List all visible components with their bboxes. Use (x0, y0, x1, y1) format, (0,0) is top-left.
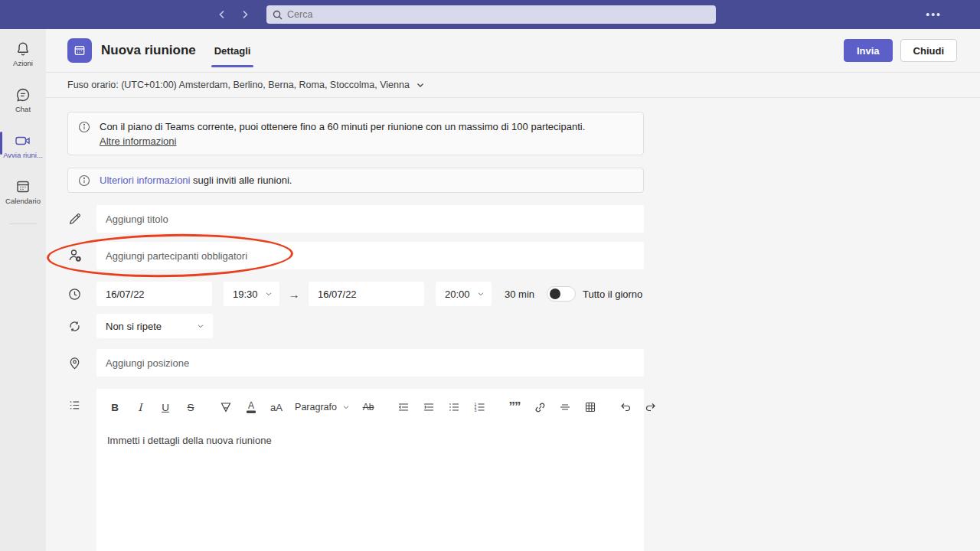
strikethrough-button[interactable]: S (183, 398, 198, 416)
chevron-down-icon (416, 80, 425, 90)
insert-link-button[interactable] (532, 398, 547, 416)
close-button[interactable]: Chiudi (900, 39, 957, 62)
end-time-value: 20:00 (445, 289, 470, 300)
bullet-list-button[interactable] (446, 398, 462, 416)
search-icon (273, 10, 283, 20)
font-size-button[interactable]: aA (269, 398, 284, 416)
title-bar: ••• (0, 0, 980, 29)
underline-button[interactable]: U (158, 398, 173, 416)
repeat-icon (67, 319, 82, 334)
page-title: Nuova riunione (101, 43, 196, 58)
meeting-header: Nuova riunione Dettagli Invia Chiudi (46, 29, 980, 73)
sidebar-item-label: Azioni (13, 59, 33, 67)
sidebar-item-calendario[interactable]: Calendario (0, 171, 46, 213)
recurrence-dropdown[interactable]: Non si ripete (96, 314, 213, 338)
recurrence-value: Non si ripete (106, 321, 162, 332)
info-icon (78, 174, 90, 187)
location-input[interactable] (96, 349, 644, 377)
invite-info-banner: Ulteriori informazioni sugli inviti alle… (67, 168, 644, 193)
info-icon (78, 121, 90, 133)
highlight-button[interactable] (218, 398, 234, 416)
title-row (67, 205, 644, 233)
toggle-knob (550, 289, 560, 299)
bell-icon (15, 41, 31, 57)
participants-row (67, 242, 644, 269)
description-row: B I U S A aA Paragrafo (67, 389, 644, 551)
agenda-list-icon (67, 398, 82, 412)
send-button[interactable]: Invia (844, 39, 893, 62)
timezone-selector[interactable]: Fuso orario: (UTC+01:00) Amsterdam, Berl… (46, 73, 980, 98)
video-camera-icon (14, 132, 32, 149)
start-time-dropdown[interactable]: 19:30 (224, 282, 279, 306)
outdent-button[interactable] (396, 398, 411, 416)
formatting-toolbar: B I U S A aA Paragrafo (107, 396, 633, 418)
plan-info-text: Con il piano di Teams corrente, puoi ott… (100, 121, 585, 132)
italic-button[interactable]: I (132, 398, 148, 416)
indent-button[interactable] (421, 398, 436, 416)
calendar-icon (15, 178, 31, 195)
svg-text:3: 3 (475, 408, 477, 412)
sidebar-divider (9, 223, 37, 224)
add-person-icon (67, 248, 83, 263)
search-bar[interactable] (266, 5, 716, 24)
recurrence-row: Non si ripete (67, 314, 644, 338)
chevron-down-icon (197, 322, 204, 330)
sidebar-item-label: Chat (15, 105, 31, 113)
required-participants-input[interactable] (96, 242, 644, 269)
undo-button[interactable] (618, 398, 633, 416)
invite-info-text: sugli inviti alle riunioni. (193, 174, 292, 186)
meeting-form-panel: Nuova riunione Dettagli Invia Chiudi Fus… (46, 29, 980, 551)
plan-info-banner: Con il piano di Teams corrente, puoi ott… (67, 112, 644, 155)
search-input[interactable] (287, 9, 710, 20)
pencil-icon (67, 212, 82, 227)
tab-dettagli[interactable]: Dettagli (213, 41, 253, 67)
blockquote-button[interactable]: ”” (507, 398, 522, 416)
chevron-down-icon (342, 403, 350, 411)
forward-icon[interactable] (240, 9, 250, 20)
further-info-link[interactable]: Ulteriori informazioni (100, 174, 190, 186)
all-day-toggle[interactable] (547, 286, 576, 302)
back-icon[interactable] (217, 9, 227, 20)
bold-button[interactable]: B (107, 398, 122, 416)
more-options-icon[interactable]: ••• (926, 0, 942, 29)
datetime-row: 16/07/22 19:30 → 16/07/22 20:00 30 min T… (67, 282, 644, 306)
more-info-link[interactable]: Altre informazioni (100, 135, 176, 147)
sidebar-item-chat[interactable]: Chat (0, 80, 46, 121)
description-editor[interactable]: B I U S A aA Paragrafo (96, 389, 644, 551)
end-time-dropdown[interactable]: 20:00 (436, 282, 492, 306)
clock-icon (67, 287, 82, 302)
insert-table-button[interactable] (583, 398, 598, 416)
numbered-list-button[interactable]: 123 (472, 398, 487, 416)
timezone-label: Fuso orario: (UTC+01:00) Amsterdam, Berl… (67, 80, 410, 90)
meeting-title-input[interactable] (96, 205, 644, 233)
end-date-field[interactable]: 16/07/22 (309, 282, 424, 306)
location-row (67, 349, 644, 377)
app-sidebar: Azioni Chat Avvia riuni... Calendario (0, 29, 46, 551)
editor-placeholder: Immetti i dettagli della nuova riunione (107, 435, 633, 446)
font-color-button[interactable]: A (243, 398, 259, 416)
redo-button[interactable] (643, 398, 658, 416)
chevron-down-icon (265, 290, 273, 298)
clear-format-button[interactable]: Ab (361, 398, 376, 416)
location-pin-icon (67, 356, 82, 370)
sidebar-item-azioni[interactable]: Azioni (0, 34, 46, 75)
chevron-down-icon (477, 290, 485, 298)
sidebar-item-label: Calendario (5, 197, 41, 205)
duration-label: 30 min (505, 289, 534, 300)
horizontal-rule-button[interactable] (557, 398, 573, 416)
start-time-value: 19:30 (233, 289, 258, 300)
arrow-right-icon: → (279, 288, 309, 301)
chat-icon (15, 86, 31, 103)
paragraph-dropdown[interactable]: Paragrafo (294, 398, 351, 416)
new-meeting-calendar-icon (67, 38, 92, 63)
all-day-label: Tutto il giorno (583, 289, 642, 300)
sidebar-item-label: Avvia riuni... (3, 151, 43, 159)
start-date-field[interactable]: 16/07/22 (96, 282, 212, 306)
sidebar-item-avvia-riunione[interactable]: Avvia riuni... (0, 126, 46, 167)
